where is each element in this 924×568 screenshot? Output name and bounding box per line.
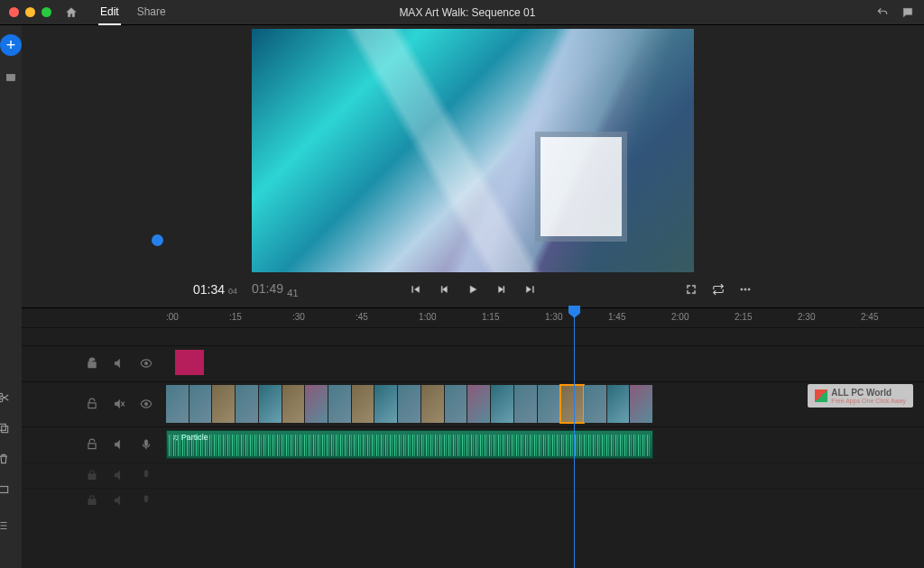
- loop-icon[interactable]: [711, 282, 725, 297]
- video-thumb[interactable]: [398, 385, 421, 423]
- mute-icon[interactable]: [112, 397, 126, 411]
- mic-icon[interactable]: [139, 468, 153, 482]
- ruler-tick: :45: [356, 308, 419, 327]
- svg-rect-13: [0, 424, 5, 430]
- video-thumb[interactable]: [584, 385, 607, 423]
- video-track: [22, 381, 924, 426]
- video-thumb[interactable]: [189, 385, 213, 423]
- svg-point-3: [748, 289, 750, 290]
- svg-rect-8: [144, 471, 148, 477]
- play-icon[interactable]: [466, 282, 480, 297]
- video-thumb[interactable]: [514, 385, 538, 423]
- svg-point-1: [741, 289, 743, 290]
- trash-icon[interactable]: [0, 452, 11, 466]
- video-thumb[interactable]: [352, 385, 375, 423]
- video-thumb[interactable]: [467, 385, 491, 423]
- jump-start-icon[interactable]: [408, 282, 422, 297]
- editor-center: 01:34 04 01:49 41: [22, 25, 924, 568]
- ruler-tick: 2:00: [671, 308, 735, 327]
- mic-icon[interactable]: [139, 493, 153, 508]
- undo-icon[interactable]: [875, 5, 890, 20]
- scrub-handle[interactable]: [152, 234, 163, 246]
- svg-rect-14: [2, 426, 8, 432]
- video-thumb[interactable]: [374, 385, 398, 423]
- current-time: 01:34 04: [193, 282, 237, 297]
- total-time: 01:49 41: [252, 281, 299, 298]
- overlay-clip[interactable]: [175, 350, 204, 375]
- eye-icon[interactable]: [139, 397, 153, 411]
- video-thumb[interactable]: [538, 385, 561, 423]
- audio-track-3: [22, 488, 924, 513]
- video-thumb[interactable]: [305, 385, 328, 423]
- video-thumb[interactable]: [560, 385, 584, 423]
- video-thumb[interactable]: [445, 385, 468, 423]
- volume-icon[interactable]: [112, 437, 126, 452]
- add-media-button[interactable]: +: [0, 34, 22, 56]
- volume-icon[interactable]: [112, 468, 126, 482]
- step-back-icon[interactable]: [437, 282, 451, 297]
- video-thumb[interactable]: [212, 385, 236, 423]
- fullscreen-icon[interactable]: [684, 282, 698, 297]
- ruler-tick: 1:45: [608, 308, 671, 327]
- ruler-tick: 1:00: [419, 308, 482, 327]
- audio-track-2: [22, 463, 924, 488]
- video-thumb[interactable]: [236, 385, 259, 423]
- video-thumb[interactable]: [421, 385, 445, 423]
- watermark-sub: Free Apps One Click Away: [831, 398, 906, 404]
- svg-rect-15: [0, 486, 8, 492]
- jump-end-icon[interactable]: [523, 282, 538, 297]
- lock-icon[interactable]: [85, 356, 99, 371]
- svg-rect-6: [144, 440, 148, 446]
- close-window-icon[interactable]: [9, 7, 19, 17]
- video-thumb[interactable]: [630, 385, 653, 423]
- audio-clip-label: Particle: [181, 433, 208, 442]
- overlay-track: [22, 345, 924, 381]
- list-icon[interactable]: [0, 518, 11, 533]
- mic-icon[interactable]: [139, 437, 153, 452]
- lock-icon[interactable]: [85, 437, 99, 452]
- video-thumb[interactable]: [259, 385, 282, 423]
- minimize-window-icon[interactable]: [25, 7, 35, 17]
- svg-rect-9: [88, 499, 96, 505]
- video-thumb[interactable]: [282, 385, 306, 423]
- svg-rect-0: [6, 75, 14, 81]
- audio-track-1: ♫Particle: [22, 426, 924, 463]
- video-thumb[interactable]: [328, 385, 352, 423]
- ruler-tick: :00: [166, 308, 229, 327]
- audio-clip[interactable]: ♫Particle: [166, 430, 653, 459]
- volume-icon[interactable]: [112, 493, 126, 508]
- video-clip[interactable]: [166, 385, 653, 423]
- timeline-tools: [0, 390, 22, 533]
- ruler-tick: :30: [292, 308, 356, 327]
- export-icon[interactable]: [0, 482, 11, 497]
- project-panel-icon[interactable]: [4, 70, 18, 85]
- ruler-tick: 2:15: [735, 308, 798, 327]
- titlebar: Edit Share MAX Art Walk: Sequence 01: [0, 0, 924, 25]
- volume-icon[interactable]: [112, 356, 126, 371]
- svg-rect-10: [144, 496, 148, 502]
- svg-point-2: [744, 289, 746, 290]
- more-icon[interactable]: [738, 282, 753, 297]
- svg-point-4: [144, 362, 148, 366]
- duplicate-icon[interactable]: [0, 421, 11, 435]
- lock-icon[interactable]: [85, 468, 99, 482]
- maximize-window-icon[interactable]: [42, 7, 51, 17]
- window-controls: [9, 7, 51, 17]
- video-thumb[interactable]: [491, 385, 514, 423]
- music-note-icon: ♫: [172, 433, 179, 442]
- comment-icon[interactable]: [901, 5, 915, 20]
- scissors-icon[interactable]: [0, 390, 11, 405]
- watermark-text: ALL PC World: [831, 388, 906, 398]
- timeline: :00 :15 :30 :45 1:00 1:15 1:30 1:45 2:00…: [22, 307, 924, 568]
- lock-icon[interactable]: [85, 493, 99, 508]
- eye-icon[interactable]: [139, 356, 153, 371]
- video-thumb[interactable]: [166, 385, 189, 423]
- video-thumb[interactable]: [607, 385, 631, 423]
- playhead[interactable]: [574, 307, 575, 568]
- time-ruler[interactable]: :00 :15 :30 :45 1:00 1:15 1:30 1:45 2:00…: [22, 307, 924, 327]
- step-forward-icon[interactable]: [494, 282, 509, 297]
- lock-icon[interactable]: [85, 397, 99, 411]
- video-preview[interactable]: [252, 29, 694, 272]
- ruler-tick: :15: [229, 308, 292, 327]
- playback-controls: 01:34 04 01:49 41: [157, 272, 789, 307]
